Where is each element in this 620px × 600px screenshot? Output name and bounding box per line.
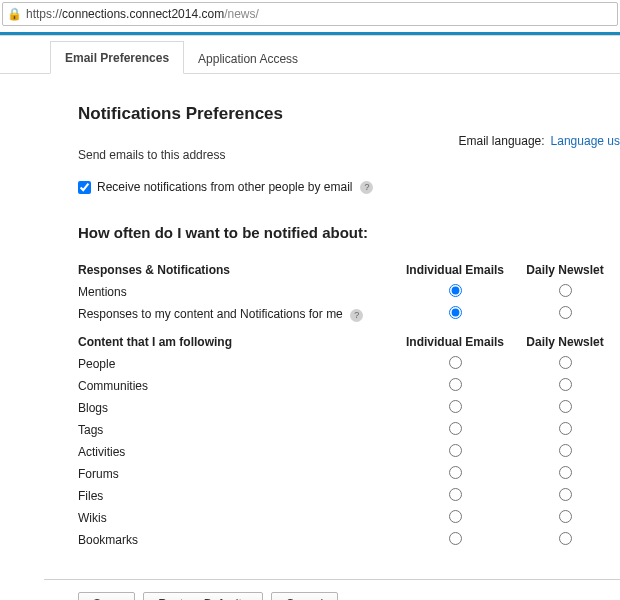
tab-application-access[interactable]: Application Access: [184, 43, 312, 74]
radio-individual[interactable]: [449, 466, 462, 479]
radio-daily[interactable]: [559, 510, 572, 523]
table-row: Files: [78, 485, 620, 507]
radio-individual[interactable]: [449, 532, 462, 545]
group1-heading: Responses & Notifications: [78, 259, 400, 281]
cancel-button[interactable]: Cancel: [271, 592, 338, 600]
row-label: Wikis: [78, 507, 400, 529]
email-language-label: Email language:: [459, 134, 545, 148]
row-label: Files: [78, 485, 400, 507]
col-daily-newsletter: Daily Newslet: [510, 259, 620, 281]
table-row: Communities: [78, 375, 620, 397]
row-label: Activities: [78, 441, 400, 463]
col-individual-emails: Individual Emails: [400, 259, 510, 281]
receive-notifications-label: Receive notifications from other people …: [97, 180, 352, 194]
row-label: Tags: [78, 419, 400, 441]
row-label: Bookmarks: [78, 529, 400, 551]
footer-buttons: Save Restore Defaults Cancel: [0, 592, 620, 600]
table-header-row: Responses & Notifications Individual Ema…: [78, 259, 620, 281]
row-label: Responses to my content and Notification…: [78, 307, 343, 321]
radio-daily[interactable]: [559, 306, 572, 319]
radio-daily[interactable]: [559, 444, 572, 457]
help-icon[interactable]: ?: [350, 309, 363, 322]
how-often-heading: How often do I want to be notified about…: [78, 224, 620, 241]
row-label: Blogs: [78, 397, 400, 419]
address-bar[interactable]: 🔒 https://connections.connect2014.com/ne…: [2, 2, 618, 26]
radio-individual[interactable]: [449, 284, 462, 297]
radio-individual[interactable]: [449, 510, 462, 523]
table-row: People: [78, 353, 620, 375]
send-emails-label: Send emails to this address: [78, 148, 620, 162]
url-path: /news/: [224, 7, 259, 21]
radio-individual[interactable]: [449, 444, 462, 457]
table-row: Wikis: [78, 507, 620, 529]
radio-individual[interactable]: [449, 400, 462, 413]
radio-daily[interactable]: [559, 466, 572, 479]
col-individual-emails: Individual Emails: [400, 325, 510, 353]
radio-daily[interactable]: [559, 356, 572, 369]
col-daily-newsletter: Daily Newslet: [510, 325, 620, 353]
radio-individual[interactable]: [449, 488, 462, 501]
table-row: Forums: [78, 463, 620, 485]
radio-daily[interactable]: [559, 422, 572, 435]
tab-bar: Email Preferences Application Access: [0, 36, 620, 74]
radio-individual[interactable]: [449, 306, 462, 319]
help-icon[interactable]: ?: [360, 181, 373, 194]
row-label: Forums: [78, 463, 400, 485]
row-label: People: [78, 353, 400, 375]
table-row: Mentions: [78, 281, 620, 303]
url-scheme: https://: [26, 7, 62, 21]
footer-divider: [44, 579, 620, 580]
save-button[interactable]: Save: [78, 592, 135, 600]
table-row: Responses to my content and Notification…: [78, 303, 620, 325]
row-label: Communities: [78, 375, 400, 397]
group2-heading: Content that I am following: [78, 325, 400, 353]
tab-email-preferences[interactable]: Email Preferences: [50, 41, 184, 74]
url-host: connections.connect2014.com: [62, 7, 224, 21]
content-area: Notifications Preferences Send emails to…: [0, 74, 620, 561]
radio-daily[interactable]: [559, 284, 572, 297]
radio-daily[interactable]: [559, 532, 572, 545]
lock-icon: 🔒: [7, 7, 22, 21]
radio-individual[interactable]: [449, 378, 462, 391]
row-label: Mentions: [78, 281, 400, 303]
table-row: Blogs: [78, 397, 620, 419]
page-title: Notifications Preferences: [78, 104, 620, 124]
radio-daily[interactable]: [559, 378, 572, 391]
radio-individual[interactable]: [449, 356, 462, 369]
radio-daily[interactable]: [559, 400, 572, 413]
radio-daily[interactable]: [559, 488, 572, 501]
email-language-link[interactable]: Language us: [551, 134, 620, 148]
table-header-row: Content that I am following Individual E…: [78, 325, 620, 353]
table-row: Bookmarks: [78, 529, 620, 551]
restore-defaults-button[interactable]: Restore Defaults: [143, 592, 262, 600]
radio-individual[interactable]: [449, 422, 462, 435]
table-row: Tags: [78, 419, 620, 441]
receive-notifications-checkbox[interactable]: [78, 181, 91, 194]
table-row: Activities: [78, 441, 620, 463]
prefs-table: Responses & Notifications Individual Ema…: [78, 259, 620, 551]
